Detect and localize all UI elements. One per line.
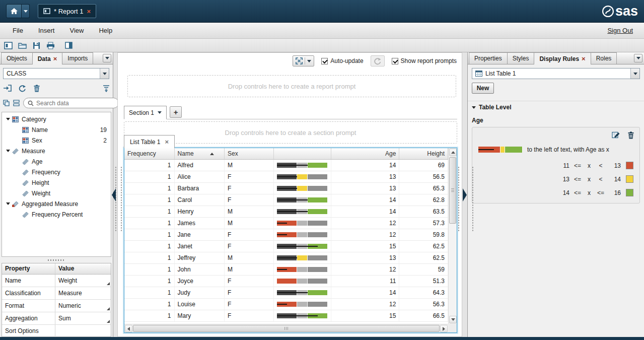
tab-display-rules[interactable]: Display Rules ×	[534, 52, 591, 64]
tab-data[interactable]: Data ×	[32, 52, 63, 64]
home-button[interactable]	[6, 4, 22, 18]
menu-view[interactable]: View	[62, 27, 91, 34]
property-value-cell[interactable]: Measure	[55, 287, 111, 299]
horizontal-scrollbar[interactable]	[124, 324, 448, 332]
layout-button[interactable]	[62, 40, 75, 51]
display-rule-card[interactable]: to the left of text, with Age as x 11<=x…	[472, 127, 640, 203]
collapse-left-panel-button[interactable]	[112, 188, 116, 201]
new-report-button[interactable]	[2, 40, 14, 51]
property-value-cell[interactable]: Weight	[55, 275, 111, 287]
delete-rule-icon[interactable]	[627, 131, 634, 139]
report-tab[interactable]: * Report 1 ×	[38, 4, 96, 18]
table-row-judy[interactable]: 1JudyF1464.3	[124, 287, 448, 299]
tab-imports[interactable]: Imports	[62, 52, 93, 64]
left-splitter-grip[interactable]	[120, 166, 122, 232]
table-row-james[interactable]: 1JamesM1257.3	[124, 218, 448, 229]
collapse-all-icon[interactable]	[13, 100, 20, 106]
list-table-tab-close-icon[interactable]: ×	[165, 139, 169, 145]
scroll-left-button[interactable]	[125, 325, 132, 332]
table-row-john[interactable]: 1JohnM1259	[124, 264, 448, 276]
dropdown-button[interactable]	[630, 69, 639, 79]
table-row-henry[interactable]: 1HenryM1463.5	[124, 206, 448, 218]
tree-item-frequency[interactable]: Frequency	[2, 167, 111, 177]
object-selector[interactable]: List Table 1	[472, 68, 640, 79]
property-value-cell[interactable]	[55, 325, 111, 337]
new-rule-button[interactable]: New	[472, 83, 494, 94]
column-header-sex[interactable]: Sex	[225, 148, 274, 159]
dropdown-button[interactable]	[100, 69, 109, 79]
scroll-up-button[interactable]	[449, 149, 457, 156]
right-splitter-grip[interactable]	[458, 166, 460, 232]
data-source-select[interactable]: CLASS	[3, 68, 109, 79]
table-row-alice[interactable]: 1AliceF1356.5	[124, 171, 448, 183]
menu-insert[interactable]: Insert	[31, 27, 62, 34]
search-box[interactable]	[23, 98, 119, 108]
column-header-height[interactable]: Height	[399, 148, 448, 159]
sign-out-link[interactable]: Sign Out	[607, 27, 633, 34]
save-button[interactable]	[30, 40, 42, 51]
tree-item-height[interactable]: Height	[2, 177, 111, 188]
vertical-scroll-thumb[interactable]	[449, 157, 456, 224]
search-input[interactable]	[36, 100, 114, 107]
tab-objects[interactable]: Objects	[1, 52, 33, 64]
table-level-section-header[interactable]: Table Level	[472, 104, 511, 111]
delete-data-icon[interactable]	[33, 85, 40, 92]
table-row-mary[interactable]: 1MaryF1566.5	[124, 310, 448, 322]
collapse-arrow-icon[interactable]	[6, 118, 10, 120]
expand-all-icon[interactable]	[3, 100, 10, 106]
home-menu-button[interactable]	[22, 4, 30, 18]
edit-rule-icon[interactable]	[612, 131, 620, 139]
tree-item-age[interactable]: Age	[2, 156, 111, 167]
column-header-frequency[interactable]: Frequency	[124, 148, 175, 159]
table-row-jane[interactable]: 1JaneF1259.8	[124, 229, 448, 241]
section-tab[interactable]: Section 1	[124, 106, 167, 119]
tab-styles[interactable]: Styles	[507, 52, 535, 64]
panel-resize-grip[interactable]	[0, 258, 113, 262]
filter-icon[interactable]	[103, 85, 110, 92]
import-data-icon[interactable]	[3, 85, 12, 92]
table-row-alfred[interactable]: 1AlfredM1469	[124, 160, 448, 171]
table-row-janet[interactable]: 1JanetF1562.5	[124, 241, 448, 252]
tree-item-weight[interactable]: Weight	[2, 188, 111, 198]
tree-item-name[interactable]: Name19	[2, 124, 111, 135]
column-header-age[interactable]: Age	[331, 148, 399, 159]
auto-update-checkbox[interactable]: Auto-update	[321, 57, 363, 64]
table-row-louise[interactable]: 1LouiseF1256.3	[124, 299, 448, 310]
report-prompt-dropzone[interactable]: Drop controls here to create a report pr…	[127, 75, 456, 97]
maximize-button[interactable]	[293, 55, 314, 66]
right-splitter-grip[interactable]	[472, 166, 474, 232]
right-tabs-menu-button[interactable]	[634, 54, 642, 62]
horizontal-scroll-thumb[interactable]	[133, 325, 440, 332]
table-row-carol[interactable]: 1CarolF1462.8	[124, 194, 448, 206]
report-tab-close-icon[interactable]: ×	[87, 8, 91, 15]
tree-item-sex[interactable]: Sex2	[2, 135, 111, 146]
tree-group-category[interactable]: Category	[2, 114, 111, 124]
refresh-data-icon[interactable]	[19, 85, 26, 92]
tab-close-icon[interactable]: ×	[53, 55, 57, 62]
column-header-name[interactable]: Name	[175, 148, 225, 159]
collapse-arrow-icon[interactable]	[6, 150, 10, 152]
table-row-joyce[interactable]: 1JoyceF1151.3	[124, 276, 448, 287]
collapse-arrow-icon[interactable]	[6, 202, 10, 205]
open-button[interactable]	[16, 40, 28, 51]
tree-item-frequency-percent[interactable]: Frequency Percent	[2, 209, 111, 220]
refresh-report-button[interactable]	[371, 55, 385, 66]
tree-group-measure[interactable]: Measure	[2, 146, 111, 156]
menu-file[interactable]: File	[5, 27, 31, 34]
add-section-button[interactable]: +	[170, 106, 182, 118]
menu-help[interactable]: Help	[91, 27, 120, 34]
left-tabs-menu-button[interactable]	[103, 54, 111, 62]
print-button[interactable]	[44, 40, 56, 51]
table-row-jeffrey[interactable]: 1JeffreyM1362.5	[124, 252, 448, 264]
tab-close-icon[interactable]: ×	[582, 55, 586, 62]
tab-properties[interactable]: Properties	[469, 52, 508, 64]
property-value-cell[interactable]: Sum	[55, 312, 111, 324]
property-value-cell[interactable]: Numeric	[55, 300, 111, 312]
scroll-down-button[interactable]	[449, 316, 457, 323]
list-table[interactable]: FrequencyNameSexAgeHeight 1AlfredM14691A…	[124, 148, 457, 333]
collapse-right-panel-button[interactable]	[463, 188, 467, 201]
show-report-prompts-checkbox[interactable]: Show report prompts	[392, 57, 457, 64]
tree-group-aggregated-measure[interactable]: Aggregated Measure	[2, 198, 111, 209]
column-header-bar[interactable]	[274, 148, 331, 159]
tab-roles[interactable]: Roles	[591, 52, 617, 64]
